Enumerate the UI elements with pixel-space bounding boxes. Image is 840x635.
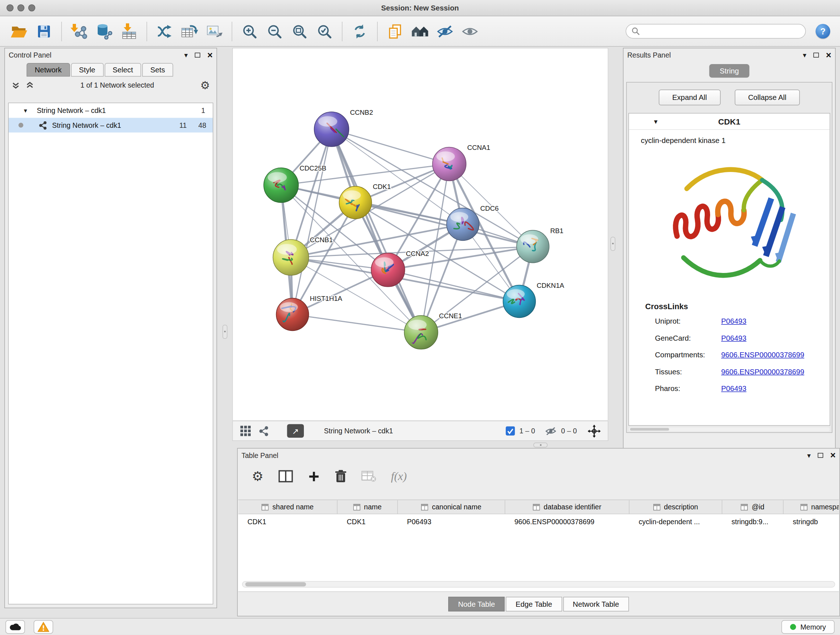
left-splitter-handle[interactable]	[223, 325, 227, 339]
selected-checkbox-icon[interactable]	[506, 426, 515, 436]
column-header[interactable]: namespace	[783, 500, 839, 514]
tab-style[interactable]: Style	[71, 63, 103, 77]
network-edge[interactable]	[332, 129, 422, 333]
table-cell[interactable]: stringdb	[783, 515, 839, 529]
crosslink-pharos-link[interactable]: P06493	[722, 385, 747, 393]
import-network-from-file-button[interactable]	[67, 19, 92, 44]
column-header[interactable]: database identifier	[505, 500, 630, 514]
right-splitter-handle[interactable]	[611, 237, 616, 251]
export-image-button[interactable]	[202, 19, 227, 44]
network-node[interactable]: CCNA1	[433, 144, 491, 181]
function-builder-icon[interactable]: f(x)	[391, 470, 407, 483]
birdseye-view-icon[interactable]	[240, 425, 251, 437]
network-edge[interactable]	[293, 129, 332, 315]
expand-all-networks-icon[interactable]	[26, 81, 34, 89]
column-header[interactable]: description	[630, 500, 722, 514]
show-graphics-details-button[interactable]	[458, 19, 483, 44]
network-edge[interactable]	[332, 129, 450, 164]
gene-expand-icon[interactable]: ▼	[653, 119, 659, 125]
panel-menu-icon[interactable]: ▾	[807, 451, 811, 459]
zoom-in-button[interactable]	[237, 19, 262, 44]
tab-string[interactable]: String	[709, 64, 749, 78]
import-table-from-file-button[interactable]	[117, 19, 142, 44]
cloud-status-button[interactable]	[5, 620, 25, 633]
results-horizontal-scrollbar[interactable]	[629, 428, 830, 432]
tab-edge-table[interactable]: Edge Table	[506, 597, 562, 612]
network-share-icon[interactable]	[258, 425, 269, 436]
network-node[interactable]: CDK1	[339, 183, 391, 219]
column-header[interactable]: @id	[722, 500, 784, 514]
warnings-button[interactable]	[34, 620, 53, 633]
apply-layout-button[interactable]	[347, 19, 372, 44]
window-close-button[interactable]	[6, 4, 14, 11]
tab-network[interactable]: Network	[27, 63, 70, 77]
network-node[interactable]: HIST1H1A	[276, 295, 343, 331]
network-collection-row[interactable]: ▼ String Network – cdk1 1	[9, 103, 213, 118]
network-options-gear-icon[interactable]: ⚙	[201, 80, 210, 90]
table-cell[interactable]: 9606.ENSP00000378699	[505, 515, 630, 529]
panel-float-icon[interactable]	[195, 52, 201, 57]
help-button[interactable]: ?	[816, 24, 831, 39]
hidden-eye-slash-icon[interactable]	[545, 425, 557, 436]
table-cell[interactable]: CDK1	[338, 515, 398, 529]
panel-float-icon[interactable]	[818, 453, 823, 458]
duplicate-network-button[interactable]	[383, 19, 408, 44]
panel-close-icon[interactable]: ×	[830, 450, 836, 460]
collapse-all-networks-icon[interactable]	[11, 81, 20, 89]
network-node[interactable]: CCNA2	[371, 250, 429, 287]
hide-selected-button[interactable]	[433, 19, 458, 44]
bottom-splitter-handle[interactable]	[534, 443, 548, 448]
table-options-gear-icon[interactable]: ⚙	[252, 470, 264, 483]
column-header[interactable]: canonical name	[398, 500, 505, 514]
zoom-selected-button[interactable]	[312, 19, 337, 44]
memory-button[interactable]: Memory	[782, 620, 835, 633]
tab-sets[interactable]: Sets	[142, 63, 173, 77]
zoom-fit-button[interactable]	[287, 19, 312, 44]
import-network-from-database-button[interactable]	[92, 19, 117, 44]
export-table-button[interactable]	[177, 19, 202, 44]
network-canvas[interactable]: CCNB2CCNA1CDC25BCDK1CDC6RB1CCNB1CCNA2CDK…	[232, 48, 608, 421]
table-cell[interactable]: CDK1	[238, 515, 338, 529]
panel-menu-icon[interactable]: ▾	[184, 51, 188, 59]
add-column-icon[interactable]	[308, 470, 320, 483]
expand-all-button[interactable]: Expand All	[659, 90, 721, 106]
network-edge[interactable]	[293, 315, 422, 333]
table-cell[interactable]: P06493	[398, 515, 505, 529]
search-input[interactable]	[644, 27, 800, 35]
crosslink-compartments-link[interactable]: 9606.ENSP00000378699	[722, 351, 805, 359]
delete-column-trash-icon[interactable]	[335, 469, 347, 483]
panel-close-icon[interactable]: ×	[826, 50, 831, 60]
panel-close-icon[interactable]: ×	[207, 50, 213, 60]
network-row-selected[interactable]: String Network – cdk1 11 48	[9, 118, 213, 133]
open-session-button[interactable]	[6, 19, 32, 44]
collection-expand-icon[interactable]: ▼	[23, 108, 28, 114]
table-cell[interactable]: stringdb:9...	[722, 515, 784, 529]
crosslink-tissues-link[interactable]: 9606.ENSP00000378699	[722, 368, 805, 376]
table-row[interactable]: CDK1 CDK1 P06493 9606.ENSP00000378699 cy…	[238, 515, 839, 529]
export-network-button[interactable]	[152, 19, 177, 44]
pan-mode-icon[interactable]	[588, 424, 601, 437]
column-header[interactable]: name	[338, 500, 398, 514]
crosslink-uniprot-link[interactable]: P06493	[722, 317, 747, 325]
table-horizontal-scrollbar[interactable]	[242, 581, 835, 587]
save-session-button[interactable]	[32, 19, 57, 44]
collapse-all-button[interactable]: Collapse All	[734, 90, 800, 106]
tab-select[interactable]: Select	[104, 63, 141, 77]
network-node[interactable]: CDKN1A	[503, 282, 565, 318]
panel-float-icon[interactable]	[813, 52, 819, 57]
first-neighbors-button[interactable]	[408, 19, 433, 44]
window-zoom-button[interactable]	[28, 4, 35, 11]
network-node[interactable]: CCNB2	[314, 109, 373, 147]
tab-network-table[interactable]: Network Table	[563, 597, 629, 612]
detach-view-button[interactable]: ↗	[287, 424, 304, 438]
show-columns-icon[interactable]	[278, 470, 293, 483]
network-node[interactable]: CCNE1	[404, 312, 462, 349]
window-minimize-button[interactable]	[17, 4, 25, 11]
panel-menu-icon[interactable]: ▾	[803, 51, 806, 59]
column-header[interactable]: shared name	[238, 500, 338, 514]
network-node[interactable]: RB1	[516, 227, 563, 263]
crosslink-genecard-link[interactable]: P06493	[722, 334, 747, 342]
scrollbar-thumb[interactable]	[245, 582, 306, 586]
zoom-out-button[interactable]	[262, 19, 287, 44]
tab-node-table[interactable]: Node Table	[448, 597, 505, 612]
